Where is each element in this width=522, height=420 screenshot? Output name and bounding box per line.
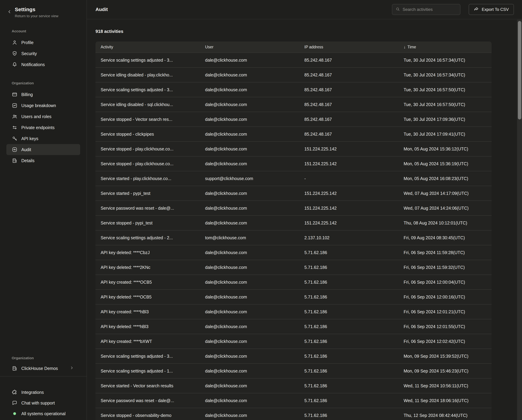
system-status[interactable]: All systems operational [6, 408, 80, 419]
sidebar-item-chat-support[interactable]: Chat with support [6, 398, 80, 408]
table-row[interactable]: API key deleted: ****2KNc dale@clickhous… [95, 260, 491, 274]
sidebar-item-label: Details [21, 158, 34, 163]
back-button[interactable] [7, 9, 12, 15]
cell-activity: Service started - Vector search results [95, 383, 200, 388]
org-switcher-block: Organization ClickHouse Demos [0, 356, 86, 374]
sidebar-item-private-endpoints[interactable]: Private endpoints [6, 122, 80, 133]
sidebar-item-billing[interactable]: Billing [6, 89, 80, 100]
content: 918 activities Activity User IP address … [87, 29, 522, 420]
export-csv-button[interactable]: Export To CSV [469, 4, 514, 15]
sidebar-item-security[interactable]: Security [6, 48, 80, 59]
cell-user: dale@clickhouse.com [200, 398, 299, 403]
export-arrow-icon [474, 6, 479, 13]
cell-time: Fri, 06 Sep 2024 11:59:28(UTC) [399, 250, 491, 255]
table-row[interactable]: Service stopped - play.clickhouse.co... … [95, 141, 491, 156]
table-row[interactable]: Service scaling settings adjusted - 2...… [95, 230, 491, 245]
arrows-swap-icon [12, 125, 17, 131]
search-input[interactable] [403, 7, 457, 12]
table-row[interactable]: Service scaling settings adjusted - 3...… [95, 53, 491, 67]
cell-time: Mon, 05 Aug 2024 15:36:12(UTC) [399, 147, 491, 151]
table-row[interactable]: API key created: ****OCB5 dale@clickhous… [95, 274, 491, 289]
column-header-activity[interactable]: Activity [95, 45, 200, 49]
table-row[interactable]: Service password was reset - dale@... da… [95, 201, 491, 215]
table-body: Service scaling settings adjusted - 3...… [95, 53, 491, 420]
sidebar-item-usage-breakdown[interactable]: Usage breakdown [6, 100, 80, 111]
section-label-account: Account [12, 29, 86, 33]
cell-ip: 5.71.62.186 [299, 280, 399, 285]
topbar: Audit Export To CSV [87, 0, 522, 19]
scrollbar[interactable] [517, 20, 522, 420]
table-row[interactable]: API key deleted: ****CbzJ dale@clickhous… [95, 245, 491, 260]
cell-ip: 5.71.62.186 [299, 295, 399, 300]
table-row[interactable]: API key deleted: ****OCB5 dale@clickhous… [95, 289, 491, 304]
table-row[interactable]: Service stopped - observability-demo dal… [95, 408, 491, 420]
table-row[interactable]: Service idling disabled - sql.clickhou..… [95, 97, 491, 112]
table-row[interactable]: Service stopped - play.clickhouse.co... … [95, 156, 491, 171]
cell-activity: Service scaling settings adjusted - 1... [95, 369, 200, 373]
building-icon [12, 366, 17, 371]
sidebar-item-integrations[interactable]: Integrations [6, 387, 80, 398]
sidebar-item-audit[interactable]: Audit [6, 144, 80, 155]
cell-activity: Service stopped - observability-demo [95, 413, 200, 418]
user-icon [12, 39, 17, 46]
table-row[interactable]: API key deleted: ****hBl3 dale@clickhous… [95, 319, 491, 334]
cell-activity: Service stopped - play.clickhouse.co... [95, 147, 200, 151]
table-row[interactable]: Service scaling settings adjusted - 3...… [95, 349, 491, 363]
cell-activity: API key created: ****OCB5 [95, 280, 200, 285]
table-row[interactable]: Service started - play.clickhouse.co... … [95, 171, 491, 186]
table-row[interactable]: Service stopped - clickpipes dale@clickh… [95, 126, 491, 141]
column-header-time[interactable]: ↓ Time [399, 45, 491, 49]
column-header-ip[interactable]: IP address [299, 45, 399, 49]
cell-ip: 5.71.62.186 [299, 324, 399, 329]
sidebar-item-label: Usage breakdown [21, 103, 56, 108]
table-row[interactable]: Service idling disabled - play.clickho..… [95, 67, 491, 82]
table-row[interactable]: Service password was reset - dale@... da… [95, 393, 491, 408]
cell-user: dale@clickhouse.com [200, 369, 299, 373]
settings-window: Settings Return to your service view Acc… [0, 0, 522, 420]
table-row[interactable]: Service scaling settings adjusted - 3...… [95, 82, 491, 97]
cell-ip: 85.242.48.167 [299, 102, 399, 107]
table-header: Activity User IP address ↓ Time [95, 41, 491, 53]
sidebar-item-profile[interactable]: Profile [6, 37, 80, 48]
status-dot-icon [12, 411, 17, 417]
cell-time: Thu, 08 Aug 2024 10:12:01(UTC) [399, 220, 491, 226]
table-row[interactable]: Service scaling settings adjusted - 1...… [95, 363, 491, 378]
column-header-user[interactable]: User [200, 45, 299, 49]
sidebar: Settings Return to your service view Acc… [0, 0, 87, 420]
org-switcher[interactable]: ClickHouse Demos [6, 363, 80, 374]
table-row[interactable]: Service stopped - pypi_test dale@clickho… [95, 215, 491, 230]
activities-count: 918 activities [95, 29, 522, 34]
chevron-right-icon [69, 366, 74, 371]
table-row[interactable]: API key created: ****bXWT dale@clickhous… [95, 334, 491, 349]
cell-user: dale@clickhouse.com [200, 132, 299, 137]
sidebar-item-api-keys[interactable]: API keys [6, 133, 80, 144]
sidebar-item-notifications[interactable]: Notifications [6, 59, 80, 70]
table-row[interactable]: API key created: ****hBl3 dale@clickhous… [95, 304, 491, 319]
building-icon [12, 158, 17, 163]
cell-ip: 5.71.62.186 [299, 398, 399, 403]
cell-time: Fri, 09 Aug 2024 08:30:45(UTC) [399, 235, 491, 240]
cell-user: dale@clickhouse.com [200, 72, 299, 78]
chat-bubble-icon [12, 400, 17, 406]
table-row[interactable]: Service stopped - Vector search res... d… [95, 112, 491, 126]
table-row[interactable]: Service started - pypi_test dale@clickho… [95, 186, 491, 201]
scrollbar-thumb[interactable] [518, 21, 521, 119]
cell-activity: Service stopped - play.clickhouse.co... [95, 161, 200, 166]
cell-time: Mon, 09 Sep 2024 15:39:52(UTC) [399, 354, 491, 359]
cell-user: dale@clickhouse.com [200, 161, 299, 166]
cell-user: dale@clickhouse.com [200, 147, 299, 151]
cell-activity: Service scaling settings adjusted - 3... [95, 354, 200, 359]
table-row[interactable]: Service started - Vector search results … [95, 378, 491, 393]
cell-user: dale@clickhouse.com [200, 383, 299, 388]
sidebar-item-users-and-roles[interactable]: Users and roles [6, 111, 80, 122]
search-box [392, 4, 461, 15]
cell-time: Fri, 06 Sep 2024 12:00:04(UTC) [399, 280, 491, 285]
cell-ip: 151.224.225.142 [299, 220, 399, 226]
main-area: Audit Export To CSV 918 activities Activ… [87, 0, 522, 420]
sidebar-divider [0, 376, 86, 376]
cell-time: Wed, 07 Aug 2024 14:24:06(UTC) [399, 206, 491, 211]
cell-activity: API key deleted: ****2KNc [95, 265, 200, 270]
sidebar-item-details[interactable]: Details [6, 155, 80, 166]
cell-activity: Service password was reset - dale@... [95, 206, 200, 211]
cell-time: Wed, 07 Aug 2024 14:17:09(UTC) [399, 191, 491, 196]
